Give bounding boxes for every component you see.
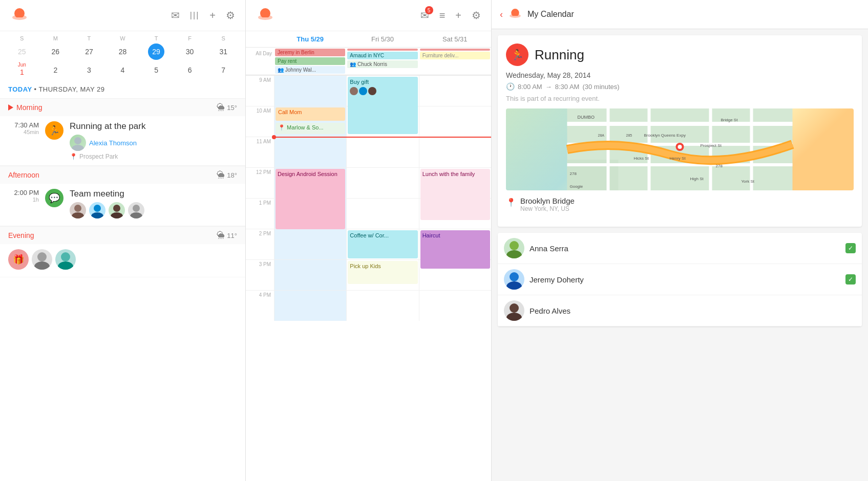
- mail-icon[interactable]: ✉: [171, 9, 180, 21]
- app-logo-2: [256, 6, 274, 25]
- cal-day-26[interactable]: 26: [47, 43, 63, 60]
- panel3-header: ‹ My Calendar: [492, 0, 868, 29]
- row-11am: 11 AM: [246, 137, 491, 167]
- svg-point-6: [74, 205, 81, 212]
- cal-day-2[interactable]: 2: [47, 62, 63, 78]
- sat-10am: [419, 106, 491, 137]
- event-detail-header: 🏃 Running: [506, 43, 854, 66]
- afternoon-section-header: Afternoon 🌦 18°: [0, 166, 245, 184]
- fri-2pm: Coffee w/ Cor...: [346, 229, 418, 259]
- panel1-header: ✉ ||| + ⚙: [0, 0, 245, 31]
- settings-icon-2[interactable]: ⚙: [472, 9, 481, 21]
- running-icon-detail: 🏃: [511, 49, 524, 61]
- back-button[interactable]: ‹: [500, 9, 503, 20]
- avatar-person6: [55, 249, 76, 270]
- event-detail-card: 🏃 Running Wednesday, May 28, 2014 🕐 8:00…: [498, 35, 862, 227]
- week-col-headers: Thu 5/29 Fri 5/30 Sat 5/31: [246, 31, 491, 48]
- event-title-meeting: Team meeting: [70, 189, 237, 199]
- col-fri[interactable]: Fri 5/30: [346, 31, 418, 47]
- event-furniture[interactable]: Furniture deliv...: [420, 52, 490, 59]
- event-coffee[interactable]: Coffee w/ Cor...: [348, 230, 417, 258]
- cal-day-29-today[interactable]: 29: [148, 43, 164, 60]
- cal-day-25[interactable]: 25: [14, 43, 30, 60]
- morning-event-running[interactable]: 7:30 AM 45min 🏃 Running at the park Alex…: [0, 116, 245, 166]
- cal-day-31[interactable]: 31: [215, 43, 231, 60]
- thu-4pm: [274, 290, 346, 321]
- event-jeremy-berlin-fri: [347, 49, 417, 51]
- event-lunch-family[interactable]: Lunch with the family: [420, 169, 490, 220]
- event-arnaud-nyc[interactable]: Arnaud in NYC: [347, 52, 417, 59]
- col-sat[interactable]: Sat 5/31: [419, 31, 491, 47]
- cal-day-30[interactable]: 30: [182, 43, 198, 60]
- cal-jun-1[interactable]: Jun 1: [5, 62, 39, 78]
- svg-point-53: [506, 281, 522, 290]
- event-buy-gift[interactable]: Buy gift: [348, 77, 417, 134]
- attendee-pedro[interactable]: Pedro Alves: [498, 295, 862, 326]
- cal-day-6[interactable]: 6: [182, 62, 198, 78]
- location-text: Prospect Park: [79, 153, 118, 160]
- map-svg: DUMBO Bridge St Brooklyn Queens Expy Pro…: [506, 108, 854, 190]
- event-jeremy-berlin[interactable]: Jeremy in Berlin: [275, 49, 345, 56]
- weekday-labels: S M T W T F S: [5, 31, 240, 43]
- add-icon[interactable]: +: [209, 10, 216, 21]
- svg-point-13: [130, 212, 142, 218]
- time-11am: 11 AM: [246, 137, 274, 167]
- all-day-label: All Day: [246, 48, 274, 75]
- cal-day-7[interactable]: 7: [215, 62, 231, 78]
- svg-text:York St: York St: [742, 179, 755, 184]
- today-date: • THURSDAY, MAY 29: [34, 85, 104, 93]
- col-thu[interactable]: Thu 5/29: [274, 31, 346, 47]
- cal-day-5[interactable]: 5: [148, 62, 164, 78]
- add-icon-2[interactable]: +: [455, 10, 461, 21]
- svg-point-21: [258, 15, 272, 20]
- attendee-anna[interactable]: Anna Serra ✓: [498, 233, 862, 264]
- evening-temp: 11°: [227, 232, 237, 239]
- attendee-jeremy[interactable]: Jeremy Doherty ✓: [498, 264, 862, 295]
- calendar-week2: Jun 1 2 3 4 5 6 7: [5, 62, 240, 78]
- svg-point-14: [37, 252, 47, 261]
- hamburger-icon[interactable]: ≡: [439, 10, 446, 21]
- current-time-line: [274, 137, 491, 138]
- time-1pm: 1 PM: [246, 198, 274, 229]
- fri-4pm: [346, 290, 418, 321]
- cal-day-28[interactable]: 28: [114, 43, 131, 60]
- attendees-section: Anna Serra ✓ Jeremy Doherty ✓ Pedro Alve…: [498, 233, 862, 326]
- sat-11am: [419, 137, 491, 167]
- event-design-android[interactable]: Design Android Session: [276, 169, 345, 229]
- time-2pm: 2 PM: [246, 229, 274, 259]
- morning-section-header: Morning 🌦 15°: [0, 98, 245, 116]
- event-johnny-wal[interactable]: 👥 Johnny Wal...: [275, 66, 345, 74]
- avatar-gift: 🎁: [8, 249, 29, 270]
- svg-point-25: [510, 14, 521, 18]
- afternoon-event-meeting[interactable]: 2:00 PM 1h 💬 Team meeting: [0, 184, 245, 226]
- event-jeremy-berlin-sat: [420, 49, 490, 51]
- avatar-anna: [504, 238, 524, 258]
- location-details: Brooklyn Bridge New York, NY, US: [520, 196, 575, 212]
- panel3-title: My Calendar: [527, 10, 574, 19]
- menu-icon[interactable]: |||: [190, 11, 199, 20]
- running-icon: 🏃: [49, 125, 60, 136]
- panel2-header: ✉ 5 ≡ + ⚙: [246, 0, 491, 31]
- buy-gift-avatars: [350, 87, 415, 95]
- event-map[interactable]: DUMBO Bridge St Brooklyn Queens Expy Pro…: [506, 108, 854, 190]
- thu-3pm: [274, 259, 346, 290]
- thu-2pm: [274, 229, 346, 259]
- afternoon-label: Afternoon: [8, 171, 39, 179]
- location-sub: New York, NY, US: [520, 205, 575, 212]
- settings-icon[interactable]: ⚙: [226, 9, 235, 21]
- cal-day-27[interactable]: 27: [81, 43, 97, 60]
- event-chuck-norris[interactable]: 👥 Chuck Norris: [347, 60, 417, 68]
- event-call-mom[interactable]: Call Mom: [276, 107, 345, 121]
- cal-day-4[interactable]: 4: [114, 62, 131, 78]
- time-col-spacer: [246, 31, 274, 47]
- mail-badge-wrapper[interactable]: ✉ 5: [420, 9, 429, 21]
- event-haircut[interactable]: Haircut: [420, 230, 490, 269]
- event-marlow[interactable]: 📍 Marlow & So...: [276, 123, 345, 134]
- morning-weather-icon: 🌦: [217, 103, 225, 112]
- cal-day-3[interactable]: 3: [81, 62, 97, 78]
- clock-icon: 🕐: [506, 82, 515, 91]
- time-3pm: 3 PM: [246, 259, 274, 290]
- event-pay-rent[interactable]: Pay rent: [275, 57, 345, 65]
- event-time-start: 8:00 AM: [518, 83, 542, 91]
- event-pickup-kids[interactable]: Pick up Kids: [348, 261, 417, 284]
